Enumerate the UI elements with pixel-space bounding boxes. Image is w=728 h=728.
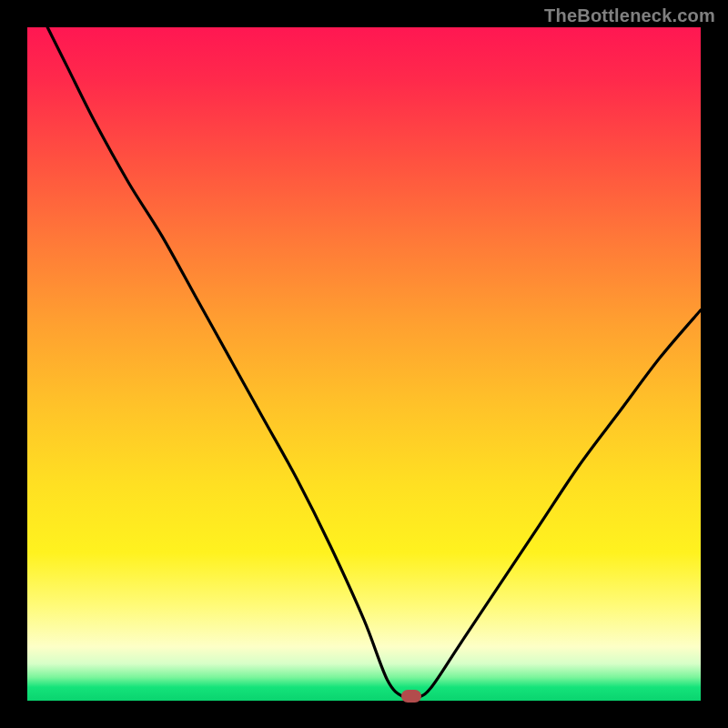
plot-area: [27, 27, 701, 701]
watermark-label: TheBottleneck.com: [544, 5, 715, 26]
chart-canvas: TheBottleneck.com: [0, 0, 728, 728]
curve-layer: [27, 27, 701, 701]
minimum-marker: [401, 690, 421, 703]
curve-path: [47, 27, 701, 699]
